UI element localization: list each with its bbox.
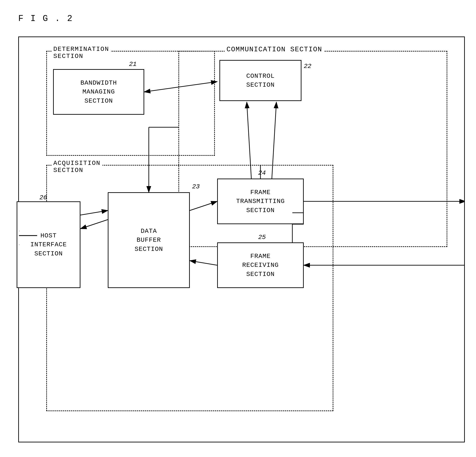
bandwidth-managing-section: BANDWIDTH MANAGING SECTION [53, 69, 144, 115]
data-buffer-section: DATA BUFFER SECTION [108, 192, 190, 288]
frame-receiving-section: FRAME RECEIVING SECTION [217, 242, 304, 288]
ref-25: 25 [258, 234, 266, 241]
ref-23: 23 [192, 183, 200, 190]
host-interface-section: HOST INTERFACE SECTION [17, 201, 80, 288]
figure-label: F I G . 2 [18, 14, 73, 24]
frame-transmitting-section: FRAME TRANSMITTING SECTION [217, 179, 304, 224]
ref-21: 21 [129, 61, 137, 68]
ref-24: 24 [258, 169, 266, 176]
ref-26: 26 [39, 194, 47, 201]
determination-section-label: DETERMINATION SECTION [51, 46, 111, 60]
acquisition-section-label: ACQUISITION SECTION [51, 160, 102, 174]
ref-22: 22 [304, 63, 312, 70]
outer-box: COMMUNICATION SECTION DETERMINATION SECT… [18, 36, 465, 442]
communication-section-label: COMMUNICATION SECTION [225, 46, 324, 53]
control-section: CONTROL SECTION [220, 60, 301, 101]
